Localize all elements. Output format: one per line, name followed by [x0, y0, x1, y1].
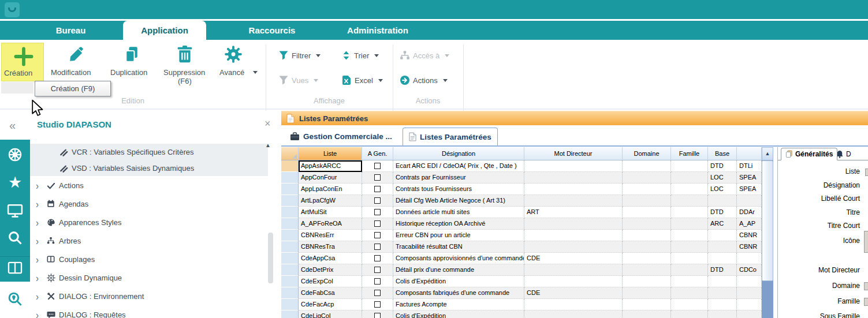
row-selector[interactable]	[281, 299, 299, 310]
a-gen-checkbox[interactable]	[374, 244, 381, 250]
table-cell[interactable]	[362, 253, 393, 264]
tab-application[interactable]: Application	[123, 21, 206, 40]
table-cell[interactable]: CdeAppCsa	[299, 253, 362, 264]
table-cell[interactable]	[362, 299, 393, 310]
chevron-right-icon[interactable]: ›	[30, 253, 44, 265]
table-cell[interactable]: ARC	[708, 218, 737, 230]
actions-dropdown-icon[interactable]	[443, 79, 448, 82]
table-cell[interactable]	[671, 264, 708, 276]
table-cell[interactable]	[524, 264, 623, 276]
chevron-right-icon[interactable]: ›	[30, 235, 44, 246]
table-cell[interactable]: Ecart ARC EDI / CdeOA( Prix , Qte , Date…	[393, 160, 524, 172]
table-cell[interactable]	[708, 241, 737, 253]
table-cell[interactable]	[671, 207, 708, 218]
column-header[interactable]: Mot Directeur	[524, 147, 623, 160]
a-gen-checkbox[interactable]	[374, 278, 381, 285]
a-gen-checkbox[interactable]	[374, 290, 381, 296]
table-cell[interactable]: CBNR	[737, 230, 762, 241]
table-cell[interactable]: DTD	[708, 207, 737, 218]
table-cell[interactable]	[671, 299, 708, 310]
table-row[interactable]: CdeLigColColis d'Expédition	[281, 310, 762, 318]
table-cell[interactable]	[623, 299, 671, 310]
tree-scrollbar-thumb[interactable]	[268, 233, 273, 283]
avance-button[interactable]: Avancé	[214, 43, 263, 81]
location-search-icon[interactable]	[0, 291, 30, 309]
table-cell[interactable]	[708, 287, 737, 299]
table-cell[interactable]	[671, 172, 708, 184]
table-cell[interactable]	[623, 276, 671, 287]
chevron-right-icon[interactable]: ›	[30, 216, 44, 228]
table-cell[interactable]: CBNR	[737, 241, 762, 253]
table-cell[interactable]: Colis d'Expédition	[393, 310, 524, 318]
table-cell[interactable]	[623, 241, 671, 253]
table-cell[interactable]: CDE	[524, 287, 623, 299]
table-cell[interactable]	[362, 310, 393, 318]
table-row[interactable]: CBNResErrErreur CBN pour un articleCBNR	[281, 230, 762, 241]
row-selector[interactable]	[281, 160, 299, 172]
table-row[interactable]: ArtMulSitDonnées article multi sitesARTD…	[281, 207, 762, 218]
table-cell[interactable]: Composants fabriqués d'une commande	[393, 287, 524, 299]
table-cell[interactable]	[362, 184, 393, 195]
tab-gestion-commerciale[interactable]: Gestion Commerciale ...	[284, 128, 398, 145]
row-selector[interactable]	[281, 276, 299, 287]
table-cell[interactable]	[524, 218, 623, 230]
table-row[interactable]: CdeAppCsaComposants approvisionnés d'une…	[281, 253, 762, 264]
excel-button[interactable]: Excel	[341, 75, 383, 85]
table-cell[interactable]: Historique réception OA Archivé	[393, 218, 524, 230]
table-cell[interactable]: DDAr	[737, 207, 762, 218]
sidebar-item[interactable]: ›Couplages	[30, 250, 268, 268]
tab-raccourcis[interactable]: Raccourcis	[231, 21, 313, 40]
table-cell[interactable]: Factures Acompte	[393, 299, 524, 310]
table-cell[interactable]	[708, 276, 737, 287]
table-cell[interactable]	[623, 172, 671, 184]
filtrer-dropdown-icon[interactable]	[316, 54, 321, 57]
column-header[interactable]	[737, 147, 762, 160]
table-cell[interactable]: SPEA	[737, 172, 762, 184]
table-cell[interactable]	[362, 218, 393, 230]
table-cell[interactable]	[671, 230, 708, 241]
row-selector[interactable]	[281, 184, 299, 195]
table-cell[interactable]	[623, 287, 671, 299]
table-cell[interactable]	[524, 230, 623, 241]
table-cell[interactable]	[524, 276, 623, 287]
sidebar-item[interactable]: ›Arbres	[30, 231, 268, 250]
sidebar-item[interactable]: VSD : Variables Saisies Dynamiques	[30, 160, 268, 176]
table-cell[interactable]: LOC	[708, 184, 737, 195]
table-cell[interactable]	[737, 195, 762, 207]
table-row[interactable]: AppLpaConEnContrats tous FournisseursLOC…	[281, 184, 762, 195]
row-selector[interactable]	[281, 207, 299, 218]
table-cell[interactable]: CdeDetPrix	[299, 264, 362, 276]
a-gen-checkbox[interactable]	[374, 163, 381, 169]
table-cell[interactable]: SPEA	[737, 184, 762, 195]
row-selector[interactable]	[281, 253, 299, 264]
filtrer-button[interactable]: Filtrer	[278, 50, 321, 61]
chevron-right-icon[interactable]: ›	[30, 309, 44, 318]
tree-scroll-up-icon[interactable]: ▲	[265, 142, 271, 148]
table-cell[interactable]: DTD	[708, 264, 737, 276]
table-cell[interactable]: ART	[524, 207, 623, 218]
table-cell[interactable]	[362, 241, 393, 253]
row-selector[interactable]	[281, 241, 299, 253]
table-cell[interactable]	[362, 276, 393, 287]
domaine-input-fragment[interactable]	[864, 282, 868, 290]
sidebar-item[interactable]: ›Agendas	[30, 194, 268, 213]
creation-button[interactable]: Création	[1, 43, 44, 81]
icone-input-fragment[interactable]	[864, 231, 868, 253]
vues-dropdown-icon[interactable]	[314, 79, 318, 82]
wheel-icon[interactable]	[0, 147, 30, 165]
table-cell[interactable]: CdeLigCol	[299, 310, 362, 318]
duplication-button[interactable]: Duplication	[107, 43, 156, 81]
table-cell[interactable]: CDCo	[737, 264, 762, 276]
a-gen-checkbox[interactable]	[374, 232, 381, 238]
table-row[interactable]: AppConFourContrats par FournisseurLOCSPE…	[281, 172, 762, 184]
table-row[interactable]: ArtLpaCfgWDétail Cfg Web Article Negoce …	[281, 195, 762, 207]
table-cell[interactable]	[362, 160, 393, 172]
row-selector[interactable]	[281, 310, 299, 318]
table-cell[interactable]	[737, 310, 762, 318]
star-icon[interactable]: ★	[0, 174, 30, 190]
chevron-right-icon[interactable]: ›	[30, 290, 44, 302]
sidebar-item[interactable]: ›Apparences Styles	[30, 213, 268, 231]
table-cell[interactable]	[362, 195, 393, 207]
close-sidebar-icon[interactable]: ×	[265, 118, 271, 130]
tab-administration[interactable]: Administration	[332, 21, 423, 40]
